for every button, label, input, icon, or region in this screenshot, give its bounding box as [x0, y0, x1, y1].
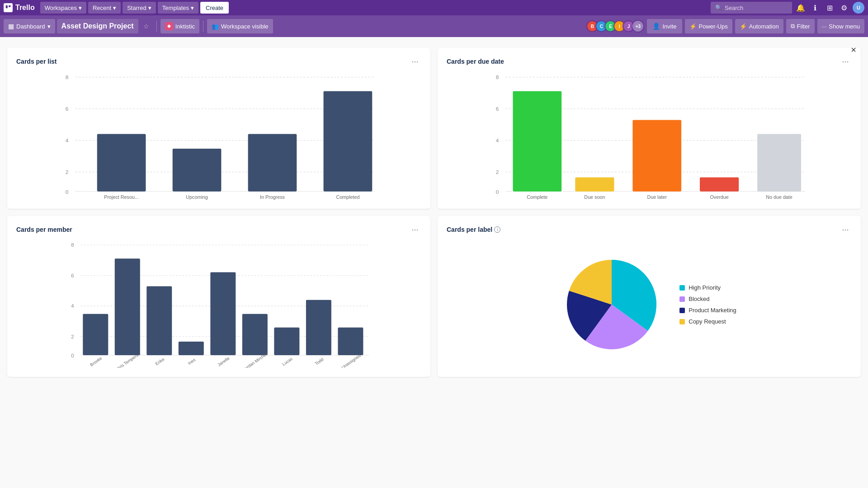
top-navigation: Trello Workspaces ▾ Recent ▾ Starred ▾ T… [0, 0, 868, 15]
workspaces-button[interactable]: Workspaces ▾ [40, 2, 86, 14]
chart-title-group: Cards per label i [447, 226, 500, 233]
recent-button[interactable]: Recent ▾ [88, 2, 121, 14]
cards-per-list-card: Cards per list ··· 8 6 4 2 0 [7, 48, 430, 209]
search-bar[interactable]: 🔍 Search [711, 2, 792, 14]
svg-text:Unassigned: Unassigned [341, 353, 362, 368]
app-name: Trello [15, 4, 35, 12]
svg-text:Ines: Ines [187, 357, 196, 366]
member-chart-svg: 8 6 4 2 0 Brooke Chris Tempers... [16, 241, 421, 368]
workspace-icon [165, 22, 173, 30]
svg-text:4: 4 [71, 303, 74, 309]
legend-item-copy-request: Copy Request [679, 318, 736, 325]
svg-rect-58 [210, 272, 236, 355]
svg-text:8: 8 [496, 74, 499, 80]
svg-rect-36 [700, 177, 739, 191]
legend-item-blocked: Blocked [679, 296, 736, 302]
visibility-button[interactable]: 👥 Workspace visible [207, 19, 273, 33]
notification-button[interactable]: 🔔 [795, 2, 807, 14]
bar-chart-svg: 8 6 4 2 0 Project Resou... [16, 73, 421, 200]
svg-text:8: 8 [66, 74, 69, 80]
trello-logo[interactable]: Trello [4, 3, 35, 12]
star-button[interactable]: ☆ [140, 20, 153, 33]
svg-text:Complete: Complete [527, 194, 547, 200]
svg-text:Due soon: Due soon [584, 194, 605, 200]
svg-text:4: 4 [496, 137, 499, 144]
svg-rect-60 [242, 314, 268, 355]
pie-chart-container: High Priority Blocked Product Marketing … [447, 241, 852, 368]
legend-item-product-marketing: Product Marketing [679, 307, 736, 314]
svg-text:0: 0 [66, 189, 69, 195]
svg-text:Overdue: Overdue [710, 194, 728, 200]
chart-more-button-2[interactable]: ··· [839, 55, 852, 68]
svg-rect-64 [306, 300, 331, 355]
filter-button[interactable]: ⧉ Filter [786, 19, 815, 33]
svg-rect-30 [513, 91, 561, 192]
starred-button[interactable]: Starred ▾ [123, 2, 156, 14]
chart-header: Cards per list ··· [16, 55, 421, 68]
board-nav-right: B C E I J +3 👤 Invite ⚡ Power-Ups ⚡ Auto… [586, 19, 864, 33]
apps-button[interactable]: ⊞ [824, 2, 835, 14]
invite-button[interactable]: 👤 Invite [647, 19, 682, 33]
svg-rect-14 [173, 149, 222, 192]
svg-rect-34 [632, 120, 681, 191]
legend-dot-high-priority [679, 285, 685, 291]
svg-text:Upcoming: Upcoming [186, 194, 208, 200]
settings-button[interactable]: ⚙ [838, 2, 850, 14]
svg-text:Lucas: Lucas [282, 357, 293, 367]
nav-divider [156, 21, 157, 32]
board-title[interactable]: Asset Design Project [57, 19, 138, 33]
svg-text:Erika: Erika [155, 357, 165, 366]
svg-text:No due date: No due date [766, 194, 793, 200]
top-nav-right: 🔍 Search 🔔 ℹ ⊞ ⚙ U [711, 2, 864, 14]
board-navigation: ▦ Dashboard ▾ Asset Design Project ☆ Ink… [0, 15, 868, 37]
info-icon[interactable]: i [494, 226, 500, 233]
svg-text:Todd: Todd [314, 357, 324, 366]
svg-rect-16 [248, 134, 297, 192]
svg-rect-12 [97, 134, 146, 192]
svg-rect-0 [6, 5, 8, 8]
close-button[interactable]: × [846, 42, 861, 57]
svg-rect-18 [324, 91, 373, 192]
svg-text:Janelle: Janelle [217, 356, 231, 367]
power-ups-button[interactable]: ⚡ Power-Ups [685, 19, 732, 33]
info-button[interactable]: ℹ [809, 2, 821, 14]
svg-text:6: 6 [66, 106, 69, 112]
members-overflow[interactable]: +3 [632, 20, 644, 33]
legend-dot-product-marketing [679, 308, 685, 313]
user-avatar[interactable]: U [853, 2, 864, 14]
create-button[interactable]: Create [200, 2, 229, 14]
dashboard-grid: Cards per list ··· 8 6 4 2 0 [7, 44, 861, 377]
templates-button[interactable]: Templates ▾ [158, 2, 198, 14]
pie-chart-svg [562, 255, 661, 354]
svg-rect-52 [115, 258, 140, 355]
svg-rect-54 [146, 286, 172, 355]
due-date-chart-svg: 8 6 4 2 0 Complete Due soon [447, 73, 852, 200]
chart-title: Cards per list [16, 58, 57, 65]
chart-more-button-3[interactable]: ··· [409, 223, 421, 236]
svg-text:Completed: Completed [336, 194, 359, 200]
chart-title-4: Cards per label [447, 226, 492, 233]
pie-legend: High Priority Blocked Product Marketing … [679, 284, 736, 325]
svg-text:In Progress: In Progress [260, 194, 285, 200]
automation-button[interactable]: ⚡ Automation [735, 19, 783, 33]
svg-text:2: 2 [71, 334, 74, 339]
chart-header-4: Cards per label i ··· [447, 223, 852, 236]
svg-rect-50 [83, 314, 108, 355]
chart-more-button-4[interactable]: ··· [839, 223, 852, 236]
chart-title-2: Cards per due date [447, 58, 504, 65]
cards-per-duedate-chart: 8 6 4 2 0 Complete Due soon [447, 73, 852, 200]
dashboard-content: × Cards per list ··· 8 6 4 2 0 [0, 37, 868, 488]
svg-text:2: 2 [496, 169, 499, 175]
show-menu-button[interactable]: ··· Show menu [817, 19, 865, 33]
chart-more-button[interactable]: ··· [409, 55, 421, 68]
svg-text:0: 0 [496, 189, 499, 195]
dashboard-button[interactable]: ▦ Dashboard ▾ [4, 19, 55, 33]
members-avatars: B C E I J +3 [586, 20, 644, 33]
workspace-button[interactable]: Inktistic [160, 19, 199, 33]
svg-text:8: 8 [71, 242, 74, 248]
svg-text:6: 6 [71, 273, 74, 278]
svg-text:Project Resou...: Project Resou... [104, 194, 138, 200]
svg-rect-38 [757, 134, 801, 192]
cards-per-due-date-card: Cards per due date ··· 8 6 4 2 0 [438, 48, 861, 209]
chart-title-3: Cards per member [16, 226, 72, 233]
